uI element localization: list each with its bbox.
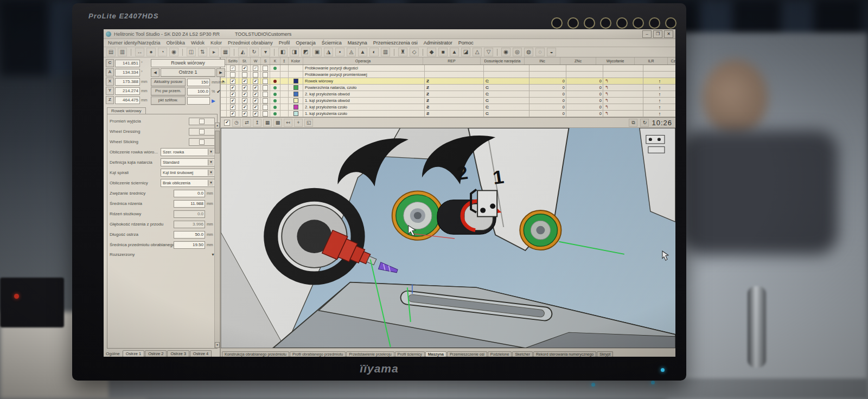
param-checkbox[interactable] (189, 118, 215, 125)
checkbox-icon[interactable] (263, 105, 268, 110)
column-header[interactable]: S (261, 57, 270, 65)
viewport-tool-icon[interactable]: ▦ (263, 119, 272, 127)
table-row[interactable]: ✔✔✔2. kąt przyłożenia obwódƵC:00↰↑31:56 (221, 91, 675, 98)
menu-item[interactable]: Obróbka (167, 40, 186, 46)
play-icon[interactable]: ▶ (212, 98, 215, 104)
checkbox-icon[interactable]: ✔ (253, 111, 258, 117)
toolbar-icon[interactable]: ◍ (524, 48, 533, 56)
panel-scrollbar[interactable]: ▲ ▼ (214, 123, 220, 348)
table-row[interactable]: ✔✔✔1. kąt przyłożenia obwódƵC:00↰↑31:56 (221, 98, 675, 104)
viewport-tool-icon[interactable]: ◱ (304, 119, 313, 127)
column-header[interactable]: ZNc (560, 57, 596, 65)
viewport-tool-icon[interactable]: ⇄ (242, 119, 251, 127)
axis-value-field[interactable]: 214.274 (115, 87, 140, 95)
toolbar-icon[interactable]: ◨ (290, 48, 299, 56)
checkbox-icon[interactable] (263, 85, 268, 91)
view-tab[interactable]: Przedstawienie przekroju (346, 351, 394, 357)
checkbox-icon[interactable]: ✔ (230, 92, 235, 97)
column-header[interactable]: Czas (668, 57, 675, 65)
param-select[interactable]: Brak obliczenia▼ (161, 179, 215, 187)
checkbox-icon[interactable] (263, 98, 268, 104)
column-header[interactable]: ↥ (280, 57, 289, 65)
toolbar-icon[interactable]: ▸ (209, 48, 219, 56)
toolbar-icon[interactable]: ■ (438, 48, 448, 56)
axis-button[interactable]: Y (106, 87, 114, 95)
view-tab[interactable]: Maszyna (425, 351, 446, 357)
toolbar-icon[interactable]: △ (473, 48, 482, 56)
toolbar-icon[interactable]: ◧ (278, 48, 288, 56)
override-button[interactable]: Prc pw przem. (151, 87, 186, 95)
toolbar-icon[interactable]: ◬ (347, 48, 356, 56)
table-row[interactable]: ▸✔✔✔Rowek wiórowyƵC:00↰↑05:36 (221, 78, 675, 85)
menu-item[interactable]: Kolor (210, 40, 222, 46)
param-select[interactable]: Standard▼ (161, 158, 215, 166)
toolbar-icon[interactable]: ↻ (250, 48, 259, 56)
toolbar-icon[interactable]: ▪ (335, 48, 344, 56)
checkbox-icon[interactable]: ✔ (242, 92, 247, 97)
param-checkbox[interactable] (189, 138, 215, 146)
column-header[interactable]: K (270, 57, 280, 65)
menu-item[interactable]: Operacja (296, 40, 316, 46)
checkbox-icon[interactable]: ✔ (230, 85, 235, 91)
checkbox-icon[interactable] (263, 111, 268, 117)
axis-button[interactable]: X (106, 78, 114, 86)
toolbar-icon[interactable]: ▥ (118, 48, 127, 56)
param-select[interactable]: Kąt linii śrubowej▼ (161, 169, 215, 177)
table-row[interactable]: ✔✔✔Powierzchnia natarcia, czołoƵC:00↰↑00… (221, 85, 675, 91)
osd-button[interactable] (649, 17, 660, 29)
toolbar-icon[interactable]: ▲ (358, 48, 367, 56)
restore-button[interactable]: ❐ (653, 30, 662, 38)
checkbox-icon[interactable] (263, 92, 268, 97)
machine-3d-viewport[interactable]: 2 1 (221, 128, 675, 348)
checkbox-icon[interactable]: ✔ (253, 85, 258, 91)
param-tab[interactable]: Rowek wiórowy (107, 107, 146, 114)
blade-selector[interactable]: Ostrze 1 (161, 68, 215, 77)
blade-tab[interactable]: Ostrze 4 (190, 350, 212, 357)
toolbar-icon[interactable]: ◪ (461, 48, 470, 56)
tab-general-label[interactable]: Ogólne (105, 351, 122, 357)
view-tab[interactable]: Profil ściernicy (395, 351, 425, 357)
menu-item[interactable]: Przedmiot obrabiany (228, 40, 273, 46)
column-header[interactable]: Kolor (289, 57, 303, 65)
checkbox-icon[interactable]: ✔ (242, 105, 247, 110)
toolbar-icon[interactable]: ◉ (501, 48, 510, 56)
param-input[interactable]: 11.988 (174, 200, 205, 208)
axis-button[interactable]: Z (106, 96, 114, 104)
blade-tab[interactable]: Ostrze 1 (123, 350, 144, 357)
table-row[interactable]: ✔✔✔1. kąt przyłożenia czołoƧC:00↰↑00:15 (221, 111, 675, 117)
column-header[interactable]: Operacja (303, 57, 423, 65)
table-row[interactable]: ✔✔✔2. kąt przyłożenia czołoƧC:00↰↑00:36 (221, 104, 675, 111)
column-header[interactable]: INc (525, 57, 560, 65)
column-header[interactable]: REP (423, 57, 481, 65)
feed-button[interactable]: Aktualny posuw (151, 78, 186, 86)
menu-item[interactable]: Profil (279, 40, 290, 46)
toolbar-icon[interactable]: ◭ (238, 48, 247, 56)
checkbox-icon[interactable] (242, 72, 247, 78)
toolbar-icon[interactable]: ↔ (135, 48, 144, 56)
checkbox-icon[interactable]: ✔ (230, 105, 235, 110)
view-tab[interactable]: Przemieszczenie osi (447, 351, 487, 357)
blade-tab[interactable]: Ostrze 2 (145, 350, 167, 357)
menu-item[interactable]: Administrator (424, 40, 452, 46)
toolbar-icon[interactable]: ◩ (301, 48, 310, 56)
feed-value-field[interactable]: 150 (187, 79, 210, 86)
toolbar-icon[interactable]: ▥ (381, 48, 390, 56)
checkbox-icon[interactable]: ✔ (242, 66, 247, 71)
snapshot-icon[interactable]: ⧉ (629, 119, 637, 127)
param-input[interactable]: 19.50 (174, 241, 205, 249)
view-tab[interactable]: Podzielone (488, 351, 512, 357)
toolbar-icon[interactable]: ▾ (261, 48, 270, 56)
toolbar-icon[interactable]: ▤ (106, 48, 116, 56)
grind-point-field[interactable] (187, 97, 210, 105)
axis-value-field[interactable]: 134.334 (115, 69, 140, 76)
viewport-tool-icon[interactable]: ↥ (253, 119, 261, 127)
checkbox-icon[interactable]: ✔ (230, 66, 235, 71)
toolbar-icon[interactable]: ◫ (187, 48, 196, 56)
osd-button[interactable] (633, 17, 644, 29)
toolbar-icon[interactable]: ◇ (410, 48, 419, 56)
column-header[interactable]: ILR (635, 57, 668, 65)
toolbar-icon[interactable]: ● (146, 48, 156, 56)
grind-point-button[interactable]: pkt szlifow. (151, 96, 186, 105)
osd-button[interactable] (567, 17, 579, 29)
axis-button[interactable]: C (106, 59, 114, 67)
